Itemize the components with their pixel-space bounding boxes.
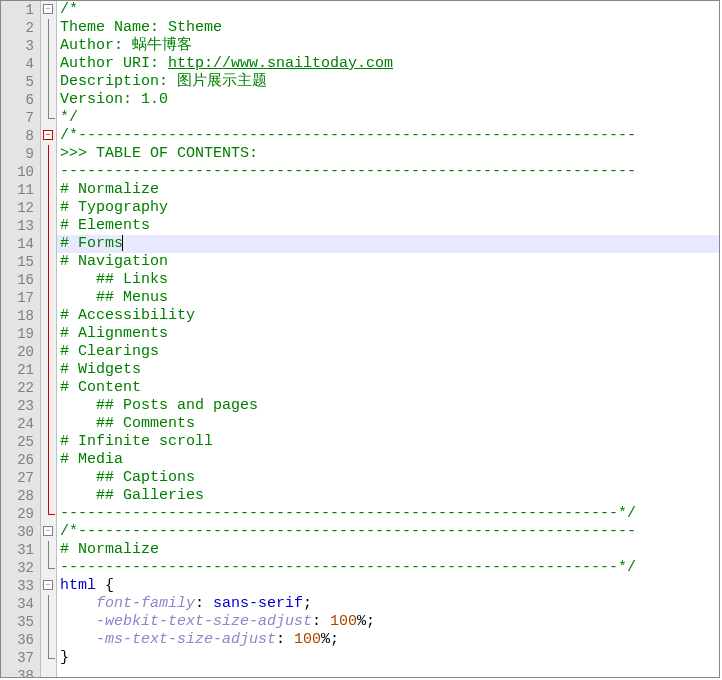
fold-line [48,397,49,415]
code-content[interactable]: # Media [57,451,719,469]
code-line[interactable]: 28 ## Galleries [1,487,719,505]
fold-line [48,37,49,55]
code-line[interactable]: 34 font-family: sans-serif; [1,595,719,613]
code-line[interactable]: 10--------------------------------------… [1,163,719,181]
code-content[interactable]: # Clearings [57,343,719,361]
code-line[interactable]: 6Version: 1.0 [1,91,719,109]
code-content[interactable]: # Navigation [57,253,719,271]
code-editor[interactable]: 1−/*2Theme Name: Stheme3Author: 蜗牛博客4Aut… [0,0,720,678]
code-content[interactable]: # Accessibility [57,307,719,325]
code-content[interactable]: Version: 1.0 [57,91,719,109]
code-line[interactable]: 22# Content [1,379,719,397]
code-content[interactable] [57,667,719,678]
code-content[interactable]: # Normalize [57,181,719,199]
code-line[interactable]: 37} [1,649,719,667]
code-line[interactable]: 3Author: 蜗牛博客 [1,37,719,55]
code-content[interactable]: Description: 图片展示主题 [57,73,719,91]
code-line[interactable]: 9>>> TABLE OF CONTENTS: [1,145,719,163]
code-content[interactable]: ## Posts and pages [57,397,719,415]
fold-gutter [41,433,57,451]
code-line[interactable]: 24 ## Comments [1,415,719,433]
code-line[interactable]: 25# Infinite scroll [1,433,719,451]
code-line[interactable]: 21# Widgets [1,361,719,379]
code-line[interactable]: 7*/ [1,109,719,127]
code-content[interactable]: # Alignments [57,325,719,343]
code-line[interactable]: 33−html { [1,577,719,595]
code-content[interactable]: ## Captions [57,469,719,487]
code-content[interactable]: Theme Name: Stheme [57,19,719,37]
code-line[interactable]: 35 -webkit-text-size-adjust: 100%; [1,613,719,631]
code-content[interactable]: ## Menus [57,289,719,307]
fold-toggle-icon[interactable]: − [43,130,53,140]
code-content[interactable]: # Widgets [57,361,719,379]
code-content[interactable]: html { [57,577,719,595]
code-line[interactable]: 23 ## Posts and pages [1,397,719,415]
line-number: 13 [1,217,41,235]
fold-toggle-icon[interactable]: − [43,526,53,536]
fold-toggle-icon[interactable]: − [43,580,53,590]
code-content[interactable]: /* [57,1,719,19]
code-line[interactable]: 27 ## Captions [1,469,719,487]
code-line[interactable]: 20# Clearings [1,343,719,361]
code-line[interactable]: 38 [1,667,719,678]
code-content[interactable]: /*--------------------------------------… [57,127,719,145]
code-token: 100 [330,613,357,630]
code-line[interactable]: 1−/* [1,1,719,19]
code-line[interactable]: 4Author URI: http://www.snailtoday.com [1,55,719,73]
code-line[interactable]: 16 ## Links [1,271,719,289]
fold-line [48,469,49,487]
code-token: # Media [60,451,123,468]
code-token: ## Captions [60,469,195,486]
code-line[interactable]: 29--------------------------------------… [1,505,719,523]
code-content[interactable]: ## Links [57,271,719,289]
code-line[interactable]: 31# Normalize [1,541,719,559]
code-line[interactable]: 30−/*-----------------------------------… [1,523,719,541]
code-line[interactable]: 32--------------------------------------… [1,559,719,577]
code-token: ----------------------------------------… [60,559,636,576]
code-content[interactable]: ----------------------------------------… [57,163,719,181]
code-token: # Alignments [60,325,168,342]
code-content[interactable]: ----------------------------------------… [57,505,719,523]
fold-gutter: − [41,523,57,541]
code-line[interactable]: 2Theme Name: Stheme [1,19,719,37]
code-line[interactable]: 19# Alignments [1,325,719,343]
line-number: 6 [1,91,41,109]
code-content[interactable]: # Forms [57,235,719,253]
code-token: # Elements [60,217,150,234]
code-content[interactable]: */ [57,109,719,127]
code-content[interactable]: # Infinite scroll [57,433,719,451]
code-line[interactable]: 14# Forms [1,235,719,253]
code-content[interactable]: # Elements [57,217,719,235]
code-line[interactable]: 15# Navigation [1,253,719,271]
line-number: 34 [1,595,41,613]
code-content[interactable]: >>> TABLE OF CONTENTS: [57,145,719,163]
code-line[interactable]: 11# Normalize [1,181,719,199]
code-content[interactable]: -ms-text-size-adjust: 100%; [57,631,719,649]
code-content[interactable]: -webkit-text-size-adjust: 100%; [57,613,719,631]
code-line[interactable]: 26# Media [1,451,719,469]
code-content[interactable]: ## Galleries [57,487,719,505]
code-line[interactable]: 5Description: 图片展示主题 [1,73,719,91]
line-number: 19 [1,325,41,343]
code-content[interactable]: } [57,649,719,667]
code-token: /* [60,1,78,18]
line-number: 38 [1,667,41,678]
line-number: 26 [1,451,41,469]
code-line[interactable]: 8−/*------------------------------------… [1,127,719,145]
code-content[interactable]: font-family: sans-serif; [57,595,719,613]
code-content[interactable]: # Normalize [57,541,719,559]
code-line[interactable]: 18# Accessibility [1,307,719,325]
code-content[interactable]: Author URI: http://www.snailtoday.com [57,55,719,73]
fold-line [48,73,49,91]
code-content[interactable]: ----------------------------------------… [57,559,719,577]
fold-toggle-icon[interactable]: − [43,4,53,14]
code-content[interactable]: /*--------------------------------------… [57,523,719,541]
code-content[interactable]: # Content [57,379,719,397]
code-line[interactable]: 12# Typography [1,199,719,217]
code-content[interactable]: ## Comments [57,415,719,433]
code-line[interactable]: 17 ## Menus [1,289,719,307]
code-line[interactable]: 36 -ms-text-size-adjust: 100%; [1,631,719,649]
code-content[interactable]: Author: 蜗牛博客 [57,37,719,55]
code-content[interactable]: # Typography [57,199,719,217]
code-line[interactable]: 13# Elements [1,217,719,235]
